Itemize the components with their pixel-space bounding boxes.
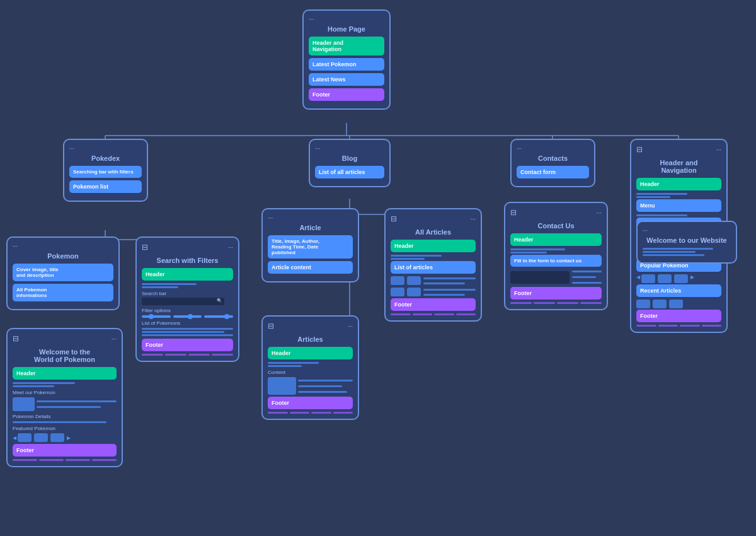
diagram-container: ··· Home Page Header andNavigation Lates… [0, 0, 756, 536]
node-search-filters: ⊟ ··· Search with Filters Header Search … [135, 236, 239, 362]
contacts-block-form: Contact form [517, 166, 589, 178]
all-articles-title: All Articles [391, 228, 476, 236]
sf-line1 [142, 283, 197, 285]
blog-block-articles: List of all articles [315, 166, 384, 178]
pokemon-title: Pokemon [13, 252, 113, 260]
sf-list-line3 [142, 334, 233, 336]
cu-line1 [510, 248, 565, 250]
contacts-title: Contacts [517, 154, 589, 162]
articles-content-label: Content [268, 370, 353, 375]
node-contact-us: ⊟ ··· Contact Us Header Fill in the form… [504, 202, 608, 310]
header-nav-line3 [636, 214, 687, 216]
article-block-meta: Title, Image, Author,Reading Time, Datep… [268, 235, 353, 259]
pokedex-dots: ··· [69, 145, 142, 152]
pokemon-block-cover: Cover image, titleand description [13, 264, 113, 281]
article-block-content: Article content [268, 261, 353, 274]
articles-footer: Footer [268, 397, 353, 409]
node-pokedex: ··· Pokedex Searching bar with filters P… [63, 139, 148, 202]
node-home: ··· Home Page Header andNavigation Lates… [302, 9, 391, 110]
article-title: Article [268, 224, 353, 231]
sf-search-label: Search bar [142, 291, 233, 296]
all-articles-dots: ··· [471, 216, 476, 223]
articles-line1 [268, 362, 319, 364]
node-welcome: ⊟ ··· Welcome to theWorld of Pokemon Hea… [6, 328, 123, 467]
all-articles-list: List of articles [391, 261, 476, 274]
all-articles-line2 [391, 258, 425, 260]
welcome-dots: ··· [112, 335, 117, 342]
pokedex-block-list: Pokemon list [69, 180, 142, 193]
pokemon-block-info: All Pokemoninformations [13, 284, 113, 301]
contact-us-form: Fill in the form to contact us [510, 255, 602, 267]
pokemon-dots: ··· [13, 243, 113, 250]
welcome-line2 [13, 385, 54, 387]
node-pokemon: ··· Pokemon Cover image, titleand descri… [6, 236, 120, 310]
all-articles-icon: ⊟ [391, 214, 397, 223]
sf-dots: ··· [228, 244, 233, 251]
welcome-footer-lines [13, 459, 117, 461]
header-nav-footer: Footer [636, 310, 721, 322]
articles-dots: ··· [348, 323, 353, 330]
header-nav-title: Header andNavigation [636, 159, 721, 174]
home-block-pokemon: Latest Pokemon [309, 58, 384, 71]
node-blog: ··· Blog List of all articles [309, 139, 391, 187]
welcome-footer: Footer [13, 444, 117, 457]
all-articles-header: Header [391, 240, 476, 252]
contact-us-icon: ⊟ [510, 208, 517, 217]
sf-filter-label: Filter options [142, 308, 233, 313]
node-all-articles: ⊟ ··· All Articles Header List of articl… [384, 208, 482, 322]
ww-title: Welcome to our Website [643, 236, 731, 244]
ww-line2 [643, 251, 696, 253]
welcome-title: Welcome to theWorld of Pokemon [13, 348, 117, 363]
welcome-details-label: Pokemon Details [13, 414, 117, 419]
welcome-header: Header [13, 367, 117, 380]
articles-title: Articles [268, 335, 353, 343]
sf-footer: Footer [142, 339, 233, 351]
sf-icon: ⊟ [142, 243, 148, 252]
article-dots: ··· [268, 214, 353, 221]
welcome-featured-label: Featured Pokemon [13, 426, 117, 431]
articles-footer-lines [268, 412, 353, 414]
pokedex-title: Pokedex [69, 154, 142, 162]
header-nav-recent: Recent Articles [636, 284, 721, 297]
ww-line1 [643, 248, 713, 250]
header-nav-line2 [636, 196, 670, 198]
blog-title: Blog [315, 154, 384, 162]
header-nav-footer-lines [636, 325, 721, 327]
ww-line3 [643, 254, 704, 256]
contact-us-header: Header [510, 233, 602, 246]
welcome-icon: ⊟ [13, 334, 19, 343]
header-nav-line1 [636, 193, 687, 195]
node-contacts: ··· Contacts Contact form [510, 139, 595, 187]
home-dots: ··· [309, 16, 384, 23]
cu-line2 [510, 252, 547, 253]
welcome-meet-label: Meet our Pokemon [13, 390, 117, 395]
welcome-line1 [13, 382, 75, 384]
node-article: ··· Article Title, Image, Author,Reading… [261, 208, 359, 283]
node-articles: ⊟ ··· Articles Header Content Footer [261, 315, 359, 420]
articles-icon: ⊟ [268, 322, 274, 330]
articles-header: Header [268, 347, 353, 359]
home-title: Home Page [309, 25, 384, 33]
home-block-news: Latest News [309, 73, 384, 86]
all-articles-footer: Footer [391, 298, 476, 311]
node-welcome-website: ··· Welcome to our Website [636, 221, 737, 264]
all-articles-line1 [391, 255, 442, 257]
sf-list-label: List of Pokemons [142, 320, 233, 326]
home-block-footer: Footer [309, 88, 384, 101]
sf-header: Header [142, 268, 233, 281]
all-articles-footer-lines [391, 313, 476, 315]
articles-line2 [268, 365, 302, 367]
sf-search-bar [142, 298, 224, 305]
header-nav-dots: ··· [716, 146, 721, 153]
contacts-dots: ··· [517, 145, 589, 152]
home-block-header: Header andNavigation [309, 37, 384, 55]
header-nav-header: Header [636, 178, 721, 190]
contact-us-title: Contact Us [510, 222, 602, 230]
contact-us-dots: ··· [597, 209, 602, 216]
sf-list-line2 [142, 331, 224, 333]
blog-dots: ··· [315, 145, 384, 152]
pokedex-block-search: Searching bar with filters [69, 166, 142, 178]
welcome-details-line [13, 421, 106, 423]
ww-dots: ··· [643, 227, 731, 234]
sf-title: Search with Filters [142, 257, 233, 264]
